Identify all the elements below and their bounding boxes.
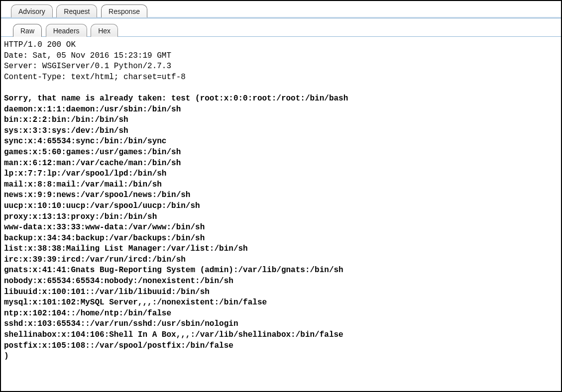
response-body-block: Sorry, that name is already taken: test … — [4, 94, 348, 361]
app-window: Advisory Request Response Raw Headers He… — [0, 0, 562, 392]
tab-advisory[interactable]: Advisory — [11, 4, 53, 17]
response-view[interactable]: HTTP/1.0 200 OK Date: Sat, 05 Nov 2016 1… — [1, 37, 561, 365]
response-headers-block: HTTP/1.0 200 OK Date: Sat, 05 Nov 2016 1… — [4, 40, 186, 82]
tab-headers[interactable]: Headers — [46, 24, 87, 37]
tab-hex[interactable]: Hex — [91, 24, 118, 37]
tab-response[interactable]: Response — [101, 4, 147, 17]
raw-response-text[interactable]: HTTP/1.0 200 OK Date: Sat, 05 Nov 2016 1… — [4, 39, 558, 362]
inner-tab-bar: Raw Headers Hex — [1, 18, 561, 36]
tab-request[interactable]: Request — [56, 4, 97, 17]
tab-raw[interactable]: Raw — [13, 24, 42, 37]
outer-tab-bar: Advisory Request Response — [1, 1, 561, 17]
